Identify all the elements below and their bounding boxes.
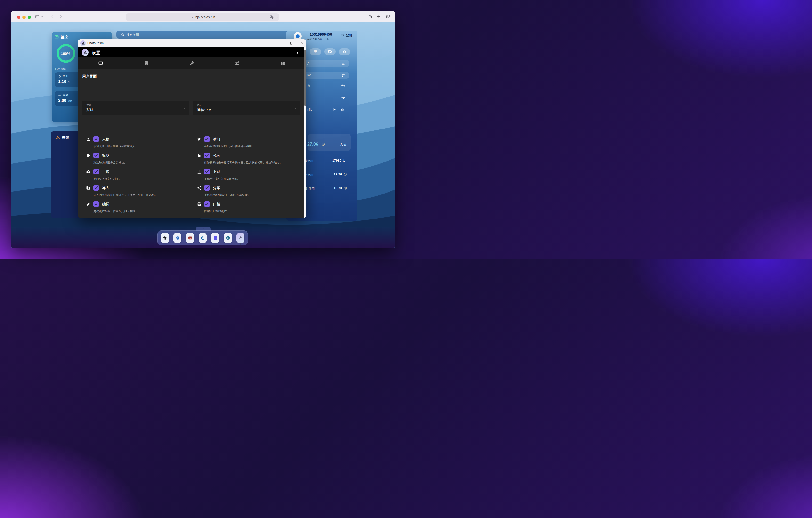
copy-id-icon[interactable] [326,38,329,41]
share-icon[interactable] [368,14,373,19]
dock-app-database[interactable] [211,233,219,243]
window-maximize-icon[interactable] [289,41,293,45]
feature-checkbox[interactable] [93,185,99,191]
feature-row: 人物 识别人脸，以便能够找到特定的人。 [78,136,191,152]
feature-row: 瞬间 自动创建特殊时刻、旅行和地点的相册。 [190,136,302,152]
toolbar-chevron-icon[interactable] [41,16,44,18]
feature-row: 服务 与其他应用程序和服务分享你的图片。 [190,218,302,218]
dock-app-wallet[interactable] [186,233,194,243]
kebab-menu-icon[interactable] [295,50,300,55]
dock-app-gem[interactable] [173,233,181,243]
dock-app-timer[interactable] [199,233,207,243]
feature-checkbox[interactable] [93,169,99,174]
feature-label: 上传 [102,170,109,174]
theme-label: 主题 [86,104,91,107]
feature-checkbox[interactable] [204,185,210,191]
tab-library-icon[interactable] [144,61,149,66]
feature-row: 标签 浏览和编辑图像分类标签。 [78,152,191,168]
feature-checkbox[interactable] [204,152,210,158]
translate-icon[interactable] [270,15,274,19]
workspace-switch-icon[interactable] [341,62,345,65]
page-title: 设置 [92,50,100,56]
address-bar[interactable]: bja.sealos.run [126,13,279,21]
theme-value: 默认 [86,108,94,112]
feature-row: 删除 永久删除文件以释放存储空间。 [78,218,191,218]
warning-icon [56,135,60,140]
used-resources-label: 已用资源 [55,67,66,71]
account-id: elA1AF0-V8 [307,38,322,41]
back-button[interactable] [50,14,54,19]
forward-button[interactable] [58,14,63,19]
language-pill[interactable]: 中 [310,48,321,55]
dock-app-home[interactable] [161,233,169,243]
window-scrollbar[interactable] [304,47,306,218]
app-logo [82,49,89,56]
coin-icon [321,142,325,146]
tab-overview-icon[interactable] [386,14,390,19]
storage-icon [58,94,62,97]
notifications-pill[interactable] [339,48,350,55]
new-tab-icon[interactable] [377,15,381,19]
feature-label: 分享 [213,186,220,190]
feature-checkbox[interactable] [93,218,99,218]
namespace-switch-icon[interactable] [341,73,345,77]
feature-checkbox[interactable] [204,218,210,218]
tab-services-icon[interactable] [235,61,240,66]
window-minimize-icon[interactable] [278,41,282,45]
cpu-value: 1.10 [58,79,66,84]
tab-advanced-icon[interactable] [189,61,195,66]
logout-label[interactable]: 登出 [346,33,352,37]
kubeconfig-copy-icon[interactable] [340,108,344,111]
reload-icon[interactable] [275,15,279,19]
github-pill[interactable] [324,48,336,55]
quick-row-2-label: 置 [307,84,311,88]
app-search-bar[interactable]: 搜索应用 [116,31,296,38]
traffic-minimize-button[interactable] [22,16,26,19]
traffic-zoom-button[interactable] [28,16,31,19]
dock-app-photoprism[interactable] [236,233,244,243]
feature-icon [86,202,91,207]
feature-row: 归档 隐藏已归档的照片。 [190,201,302,217]
scrollbar-thumb[interactable] [304,50,306,106]
feature-row: 编辑 更改照片标题、位置及其他元数据。 [78,201,191,217]
tab-account-icon[interactable] [280,61,286,66]
feature-checkbox[interactable] [204,201,210,207]
window-close-icon[interactable] [300,41,304,45]
kubeconfig-download-icon[interactable] [333,108,337,111]
settings-gear-icon[interactable] [341,83,345,88]
go-arrow-icon[interactable] [341,95,345,100]
feature-description: 更改照片标题、位置及其他元数据。 [93,209,138,213]
browser-window: bja.sealos.run [11,11,395,248]
logout-icon[interactable] [341,33,345,37]
feature-checkbox[interactable] [93,152,99,158]
monitor-title: 监控 [61,35,68,39]
browser-toolbar: bja.sealos.run [11,11,395,22]
traffic-close-button[interactable] [17,16,20,19]
dock-app-aperture[interactable] [224,233,232,243]
feature-label: 导入 [102,186,109,190]
sidebar-toggle-icon[interactable] [35,14,39,19]
feature-description: 浏览和编辑图像分类标签。 [93,161,127,165]
language-select[interactable]: 语言 简体中文 [193,101,300,115]
feature-icon [86,169,91,174]
coin-icon [344,186,347,190]
running-indicator [240,243,241,245]
theme-select[interactable]: 主题 默认 [82,101,189,115]
feature-checkbox[interactable] [93,201,99,207]
recharge-button[interactable]: 充值 [340,142,346,146]
window-titlebar[interactable]: PhotoPrism [78,39,306,48]
search-icon [121,33,124,36]
feature-checkbox[interactable] [204,169,210,174]
settings-tabs [78,57,306,69]
feature-icon [197,185,202,190]
lock-icon [191,16,194,19]
feature-description: 上传到 WebDAV 并与朋友共享链接。 [204,193,251,197]
feature-label: 人物 [102,137,109,142]
feature-checkbox[interactable] [93,136,99,142]
dock [157,230,248,246]
feature-checkbox[interactable] [204,136,210,142]
tab-general-icon[interactable] [98,61,103,66]
feature-label: 下载 [213,170,220,174]
feature-icon [197,137,202,142]
feature-label: 瞬间 [213,137,220,142]
